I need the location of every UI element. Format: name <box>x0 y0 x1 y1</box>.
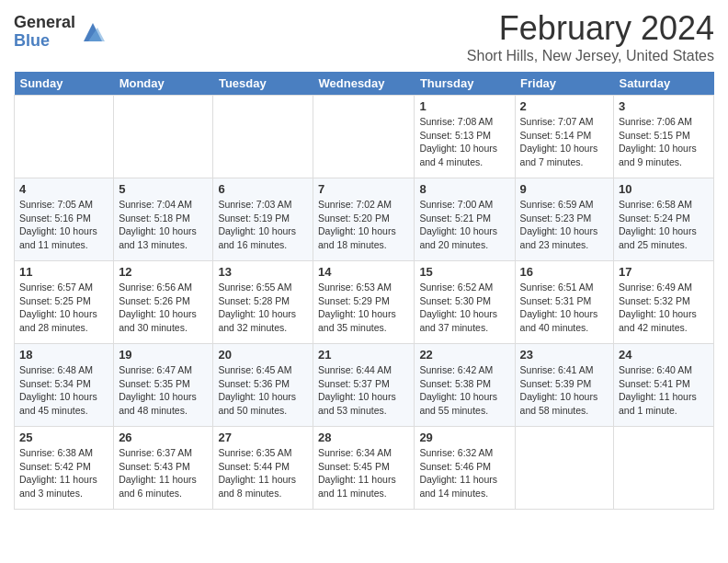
calendar-cell: 27Sunrise: 6:35 AM Sunset: 5:44 PM Dayli… <box>213 427 313 510</box>
day-number: 28 <box>318 431 409 444</box>
day-header-tuesday: Tuesday <box>213 72 313 96</box>
day-info: Sunrise: 6:41 AM Sunset: 5:39 PM Dayligh… <box>520 364 598 416</box>
calendar-cell: 21Sunrise: 6:44 AM Sunset: 5:37 PM Dayli… <box>313 344 415 427</box>
calendar-cell: 18Sunrise: 6:48 AM Sunset: 5:34 PM Dayli… <box>15 344 114 427</box>
logo-icon <box>79 18 107 46</box>
calendar-cell: 24Sunrise: 6:40 AM Sunset: 5:41 PM Dayli… <box>614 344 714 427</box>
calendar-cell: 13Sunrise: 6:55 AM Sunset: 5:28 PM Dayli… <box>213 261 313 344</box>
day-header-friday: Friday <box>515 72 613 96</box>
day-number: 9 <box>520 182 609 196</box>
calendar-cell: 29Sunrise: 6:32 AM Sunset: 5:46 PM Dayli… <box>415 427 515 510</box>
week-row: 4Sunrise: 7:05 AM Sunset: 5:16 PM Daylig… <box>15 178 714 261</box>
month-title: February 2024 <box>467 9 714 48</box>
day-number: 27 <box>218 431 308 444</box>
week-row: 18Sunrise: 6:48 AM Sunset: 5:34 PM Dayli… <box>15 344 714 427</box>
day-number: 21 <box>318 348 409 362</box>
calendar-cell <box>15 96 114 178</box>
calendar-cell: 25Sunrise: 6:38 AM Sunset: 5:42 PM Dayli… <box>15 427 114 510</box>
day-info: Sunrise: 6:37 AM Sunset: 5:43 PM Dayligh… <box>119 447 197 499</box>
day-number: 2 <box>520 99 609 113</box>
day-number: 6 <box>218 182 308 196</box>
day-info: Sunrise: 7:06 AM Sunset: 5:15 PM Dayligh… <box>619 116 697 167</box>
calendar-cell: 2Sunrise: 7:07 AM Sunset: 5:14 PM Daylig… <box>515 96 613 178</box>
day-info: Sunrise: 6:59 AM Sunset: 5:23 PM Dayligh… <box>520 199 598 250</box>
day-info: Sunrise: 7:04 AM Sunset: 5:18 PM Dayligh… <box>119 199 197 250</box>
logo: General Blue <box>14 14 107 51</box>
day-number: 15 <box>419 265 509 279</box>
day-header-wednesday: Wednesday <box>313 72 415 96</box>
day-info: Sunrise: 7:02 AM Sunset: 5:20 PM Dayligh… <box>318 199 396 250</box>
day-info: Sunrise: 6:47 AM Sunset: 5:35 PM Dayligh… <box>119 364 197 416</box>
calendar-cell: 11Sunrise: 6:57 AM Sunset: 5:25 PM Dayli… <box>15 261 114 344</box>
day-info: Sunrise: 6:52 AM Sunset: 5:30 PM Dayligh… <box>419 282 497 333</box>
calendar-cell: 26Sunrise: 6:37 AM Sunset: 5:43 PM Dayli… <box>114 427 213 510</box>
day-info: Sunrise: 6:53 AM Sunset: 5:29 PM Dayligh… <box>318 282 396 333</box>
calendar-cell: 17Sunrise: 6:49 AM Sunset: 5:32 PM Dayli… <box>614 261 714 344</box>
calendar-cell <box>313 96 415 178</box>
day-header-saturday: Saturday <box>614 72 714 96</box>
day-info: Sunrise: 6:56 AM Sunset: 5:26 PM Dayligh… <box>119 282 197 333</box>
calendar-cell: 12Sunrise: 6:56 AM Sunset: 5:26 PM Dayli… <box>114 261 213 344</box>
day-number: 12 <box>119 265 208 279</box>
day-info: Sunrise: 6:38 AM Sunset: 5:42 PM Dayligh… <box>19 447 97 499</box>
calendar-cell: 15Sunrise: 6:52 AM Sunset: 5:30 PM Dayli… <box>415 261 515 344</box>
day-number: 3 <box>619 99 709 113</box>
calendar-cell <box>213 96 313 178</box>
day-info: Sunrise: 7:07 AM Sunset: 5:14 PM Dayligh… <box>520 116 598 167</box>
day-number: 13 <box>218 265 308 279</box>
day-info: Sunrise: 7:05 AM Sunset: 5:16 PM Dayligh… <box>19 199 97 250</box>
day-number: 1 <box>419 99 509 113</box>
calendar-cell: 14Sunrise: 6:53 AM Sunset: 5:29 PM Dayli… <box>313 261 415 344</box>
day-number: 24 <box>619 348 709 362</box>
day-number: 11 <box>19 265 108 279</box>
day-info: Sunrise: 6:35 AM Sunset: 5:44 PM Dayligh… <box>218 447 296 499</box>
calendar-cell: 1Sunrise: 7:08 AM Sunset: 5:13 PM Daylig… <box>415 96 515 178</box>
day-number: 16 <box>520 265 609 279</box>
calendar-cell: 22Sunrise: 6:42 AM Sunset: 5:38 PM Dayli… <box>415 344 515 427</box>
day-header-sunday: Sunday <box>15 72 114 96</box>
day-header-thursday: Thursday <box>415 72 515 96</box>
day-info: Sunrise: 6:45 AM Sunset: 5:36 PM Dayligh… <box>218 364 296 416</box>
calendar-cell: 7Sunrise: 7:02 AM Sunset: 5:20 PM Daylig… <box>313 178 415 261</box>
day-number: 7 <box>318 182 409 196</box>
calendar-cell: 10Sunrise: 6:58 AM Sunset: 5:24 PM Dayli… <box>614 178 714 261</box>
calendar-cell <box>515 427 613 510</box>
calendar-cell: 5Sunrise: 7:04 AM Sunset: 5:18 PM Daylig… <box>114 178 213 261</box>
day-info: Sunrise: 6:49 AM Sunset: 5:32 PM Dayligh… <box>619 282 697 333</box>
title-section: February 2024 Short Hills, New Jersey, U… <box>467 9 714 64</box>
day-number: 19 <box>119 348 208 362</box>
day-number: 10 <box>619 182 709 196</box>
calendar-cell <box>614 427 714 510</box>
day-number: 26 <box>119 431 208 444</box>
calendar-cell: 19Sunrise: 6:47 AM Sunset: 5:35 PM Dayli… <box>114 344 213 427</box>
calendar-cell: 16Sunrise: 6:51 AM Sunset: 5:31 PM Dayli… <box>515 261 613 344</box>
day-info: Sunrise: 7:08 AM Sunset: 5:13 PM Dayligh… <box>419 116 497 167</box>
day-info: Sunrise: 6:57 AM Sunset: 5:25 PM Dayligh… <box>19 282 97 333</box>
day-info: Sunrise: 6:58 AM Sunset: 5:24 PM Dayligh… <box>619 199 697 250</box>
week-row: 25Sunrise: 6:38 AM Sunset: 5:42 PM Dayli… <box>15 427 714 510</box>
day-number: 14 <box>318 265 409 279</box>
header: General Blue February 2024 Short Hills, … <box>14 9 714 64</box>
calendar-cell <box>114 96 213 178</box>
header-row: SundayMondayTuesdayWednesdayThursdayFrid… <box>15 72 714 96</box>
day-info: Sunrise: 6:34 AM Sunset: 5:45 PM Dayligh… <box>318 447 396 499</box>
calendar-cell: 6Sunrise: 7:03 AM Sunset: 5:19 PM Daylig… <box>213 178 313 261</box>
week-row: 11Sunrise: 6:57 AM Sunset: 5:25 PM Dayli… <box>15 261 714 344</box>
week-row: 1Sunrise: 7:08 AM Sunset: 5:13 PM Daylig… <box>15 96 714 178</box>
day-number: 18 <box>19 348 108 362</box>
day-number: 4 <box>19 182 108 196</box>
calendar-cell: 20Sunrise: 6:45 AM Sunset: 5:36 PM Dayli… <box>213 344 313 427</box>
logo-blue-text: Blue <box>14 32 75 51</box>
day-info: Sunrise: 6:51 AM Sunset: 5:31 PM Dayligh… <box>520 282 598 333</box>
day-number: 25 <box>19 431 108 444</box>
calendar-table: SundayMondayTuesdayWednesdayThursdayFrid… <box>14 72 714 510</box>
day-info: Sunrise: 6:55 AM Sunset: 5:28 PM Dayligh… <box>218 282 296 333</box>
day-info: Sunrise: 7:00 AM Sunset: 5:21 PM Dayligh… <box>419 199 497 250</box>
calendar-cell: 4Sunrise: 7:05 AM Sunset: 5:16 PM Daylig… <box>15 178 114 261</box>
day-info: Sunrise: 6:48 AM Sunset: 5:34 PM Dayligh… <box>19 364 97 416</box>
day-header-monday: Monday <box>114 72 213 96</box>
calendar-cell: 28Sunrise: 6:34 AM Sunset: 5:45 PM Dayli… <box>313 427 415 510</box>
day-number: 20 <box>218 348 308 362</box>
day-number: 22 <box>419 348 509 362</box>
day-number: 29 <box>419 431 509 444</box>
